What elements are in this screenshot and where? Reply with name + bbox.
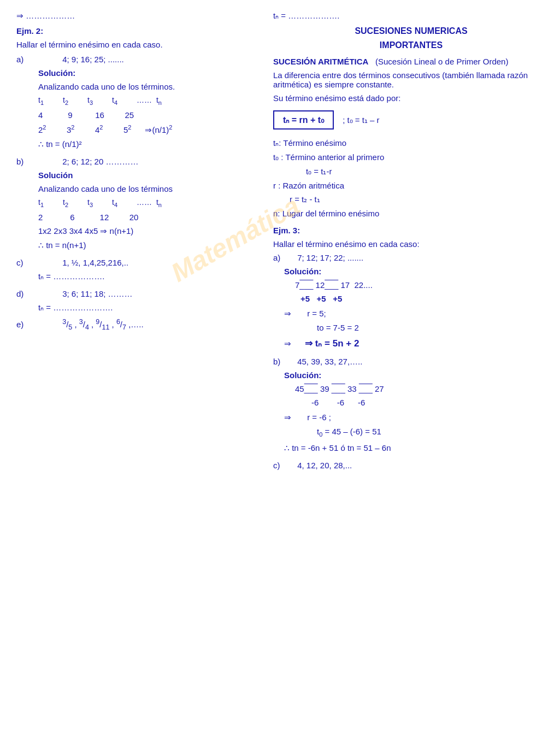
diff-disp-a: +5 +5 +5 <box>300 294 549 303</box>
desc2: Su término enésimo está dado por: <box>273 93 549 103</box>
c-label: c) <box>16 258 60 267</box>
c3-seq: 4, 12, 20, 28,... <box>297 461 352 470</box>
b3-label: b) <box>273 357 295 366</box>
t-row-a: t1 t2 t3 t4 …… tn <box>38 96 257 106</box>
sol-a-label: Solución: <box>38 68 75 78</box>
seq-b: 45___ 39 ___ 33 ___ 27 <box>295 384 549 393</box>
sol-b-label: Solución <box>38 170 73 180</box>
left-column: ⇒ ……………… Ejm. 2: Hallar el término enési… <box>0 5 268 480</box>
a3-seq: 7; 12; 17; 22; ....... <box>297 253 363 262</box>
b3-seq: 45, 39, 33, 27,….. <box>297 357 362 366</box>
e-seq: 3/5 , 3/4 , 9/11 , 6/7 ,….. <box>62 320 143 329</box>
tn-b: ∴ tn = -6n + 51 ó tn = 51 – 6n <box>284 443 549 453</box>
b-label: b) <box>16 157 60 166</box>
n-desc: n: Lugar del término enésimo <box>273 209 549 218</box>
sq-row-a: 22 32 42 52 ⇒(n/1)2 <box>38 124 257 135</box>
ejm2-desc: Hallar el término enésimo en cada caso. <box>16 40 257 49</box>
sol3-a-label: Solución: <box>284 267 321 276</box>
arrow-tn-a: ⇒ <box>284 339 303 348</box>
suc-label: SUCESIÓN ARITMÉTICA <box>273 57 368 66</box>
val-row-a: 4 9 16 25 <box>38 110 257 120</box>
a-seq: 4; 9; 16; 25; ....... <box>62 55 124 64</box>
t-row-b: t1 t2 t3 t4 …… tn <box>38 198 257 208</box>
desc1: La diferencia entre dos términos consecu… <box>273 70 549 89</box>
suc-desc: (Sucesión Lineal o de Primer Orden) <box>371 57 509 66</box>
sol3-b-label: Solución: <box>284 370 321 380</box>
a-label: a) <box>16 55 60 64</box>
d-label: d) <box>16 289 60 298</box>
section-title2: IMPORTANTES <box>273 40 549 50</box>
therefore-a: ∴ tn = (n/1)² <box>38 139 257 149</box>
diff-b: -6 -6 -6 <box>311 398 549 407</box>
r-eq: r = t₂ - t₁ <box>290 195 549 204</box>
ejm3-label: Ejm. 3: <box>273 226 300 235</box>
val-row-b: 2 6 12 20 <box>38 213 257 222</box>
c-seq: 1, ½, 1,4,25,216,.. <box>62 258 128 267</box>
to-result-a: to = 7-5 = 2 <box>317 323 549 332</box>
ejm2-label: Ejm. 2: <box>16 26 257 36</box>
therefore-b: ∴ tn = n(n+1) <box>38 240 257 250</box>
t0-eq: t₀ = t₁-r <box>306 167 549 177</box>
to-b: t0 = 45 – (-6) = 51 <box>317 427 549 438</box>
line-arrow-top: ⇒ ……………… <box>16 11 257 21</box>
r-b: ⇒ r = -6 ; <box>284 413 549 422</box>
d-seq: 3; 6; 11; 18; ……… <box>62 289 132 298</box>
ejm3-desc: Hallar el término enésimo en cada caso: <box>273 239 549 249</box>
tn-result-a: ⇒ tₙ = 5n + 2 <box>305 338 359 349</box>
b-seq: 2; 6; 12; 20 ………… <box>62 157 138 166</box>
e-label: e) <box>16 320 60 329</box>
tn-c: tₙ = ………………. <box>38 272 257 281</box>
right-column: tₙ = ………………. SUCESIONES NUMERICAS IMPORT… <box>268 5 560 480</box>
prod-row-b: 1x2 2x3 3x4 4x5 ⇒ n(n+1) <box>38 226 257 236</box>
t0-desc: t₀ : Término anterior al primero <box>273 152 549 162</box>
section-title1: SUCESIONES NUMERICAS <box>273 26 549 36</box>
analizando-a: Analizando cada uno de los términos. <box>38 82 257 91</box>
r-desc: r : Razón aritmética <box>273 181 549 190</box>
c3-label: c) <box>273 461 295 470</box>
tn-d: tₙ = …………………. <box>38 303 257 313</box>
formula-box: tₙ = rn + t₀ <box>273 110 334 130</box>
top-tn: tₙ = ………………. <box>273 11 549 21</box>
r-result-a: ⇒ r = 5; <box>284 309 549 319</box>
seq-disp-a: 7___ 12___ 17 22.... <box>295 280 549 290</box>
formula2: ; t₀ = t₁ – r <box>343 115 379 125</box>
tn-desc: tₙ: Término enésimo <box>273 138 549 148</box>
analizando-b: Analizando cada uno de los términos <box>38 184 257 193</box>
a3-label: a) <box>273 253 295 262</box>
